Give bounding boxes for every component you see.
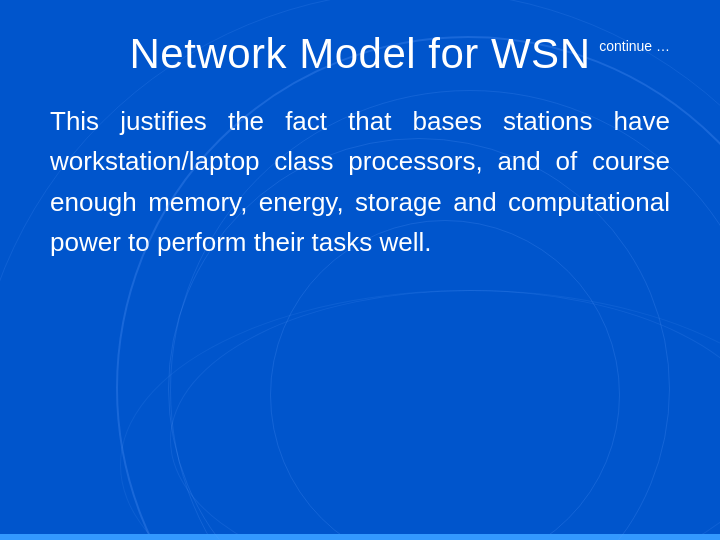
title-row: Network Model for WSN continue …	[50, 30, 670, 78]
bottom-border-decoration	[0, 534, 720, 540]
slide-container: Network Model for WSN continue … This ju…	[0, 0, 720, 540]
globe-decoration-3	[270, 220, 620, 540]
continue-label: continue …	[599, 38, 670, 54]
globe-decoration-1	[0, 0, 720, 540]
slide-title: Network Model for WSN	[130, 30, 591, 78]
slide-body-text: This justifies the fact that bases stati…	[50, 96, 670, 262]
globe-decoration-5	[120, 290, 720, 540]
globe-decoration-4	[170, 290, 720, 540]
